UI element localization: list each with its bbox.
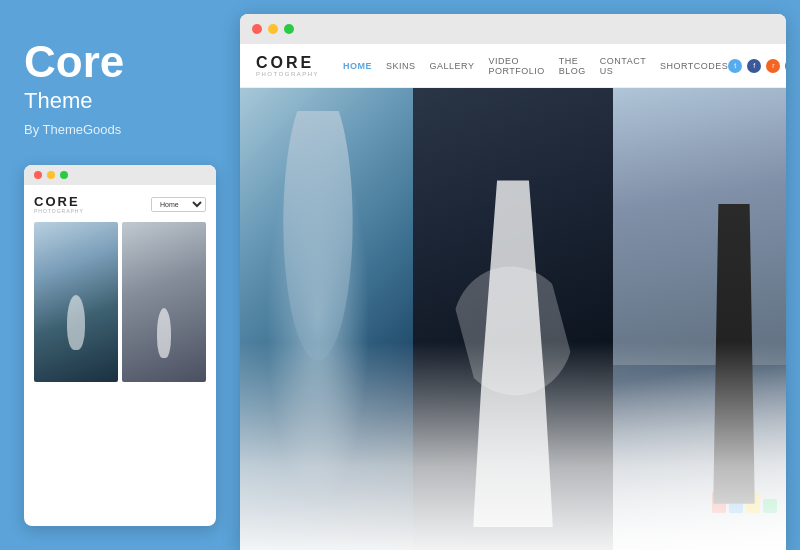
site-logo-core: CORE [256,55,319,71]
theme-title: Core [24,40,216,84]
nav-link-video[interactable]: VIDEO PORTFOLIO [488,56,544,76]
mini-dot-yellow [47,171,55,179]
site-logo-sub: PHOTOGRAPHY [256,71,319,77]
mini-logo: CORE PHOTOGRAPHY [34,195,84,214]
mini-image-2 [122,222,206,382]
mini-browser-bar [24,165,216,185]
nav-link-gallery[interactable]: GALLERY [430,61,475,71]
by-line: By ThemeGoods [24,122,216,137]
gallery-photo-hair [240,88,413,550]
mini-dot-green [60,171,68,179]
mini-browser-content: CORE PHOTOGRAPHY Home About Contact [24,185,216,382]
mini-image-1 [34,222,118,382]
bag-green [763,499,777,513]
site-logo: CORE PHOTOGRAPHY [256,55,319,77]
mini-browser-preview: CORE PHOTOGRAPHY Home About Contact [24,165,216,526]
mini-logo-sub: PHOTOGRAPHY [34,209,84,214]
nav-links: HOME SKINS GALLERY VIDEO PORTFOLIO THE B… [343,56,728,76]
street-bags [712,491,777,513]
browser-content: CORE PHOTOGRAPHY HOME SKINS GALLERY VIDE… [240,44,786,550]
nav-social: t f r g v p [728,59,786,73]
bag-red [712,491,726,513]
nav-link-home[interactable]: HOME [343,61,372,71]
mini-home-select[interactable]: Home About Contact [151,197,206,212]
browser-dot-green [284,24,294,34]
main-browser-window: CORE PHOTOGRAPHY HOME SKINS GALLERY VIDE… [240,14,786,550]
gallery-grid [240,88,786,550]
mini-gallery-images [34,222,206,382]
gallery-photo-dress [413,88,612,550]
browser-dot-yellow [268,24,278,34]
mini-nav-row: CORE PHOTOGRAPHY Home About Contact [34,195,206,214]
browser-dot-red [252,24,262,34]
mini-logo-core: CORE [34,195,84,208]
browser-bar [240,14,786,44]
gallery-col-3 [613,88,786,550]
bag-yellow [746,493,760,513]
left-panel: Core Theme By ThemeGoods CORE PHOTOGRAPH… [0,0,240,550]
nav-link-blog[interactable]: THE BLOG [559,56,586,76]
mini-dot-red [34,171,42,179]
bag-blue [729,497,743,513]
nav-link-skins[interactable]: SKINS [386,61,416,71]
site-nav: CORE PHOTOGRAPHY HOME SKINS GALLERY VIDE… [240,44,786,88]
gallery-photo-street [613,88,786,550]
social-facebook-icon[interactable]: f [747,59,761,73]
gallery-col-2 [413,88,612,550]
nav-link-shortcodes[interactable]: SHORTCODES [660,61,728,71]
theme-subtitle: Theme [24,88,216,114]
social-twitter-icon[interactable]: t [728,59,742,73]
gallery-col-1 [240,88,413,550]
social-rss-icon[interactable]: r [766,59,780,73]
nav-link-contact[interactable]: CONTACT US [600,56,646,76]
social-gplus-icon[interactable]: g [785,59,786,73]
gallery-area [240,88,786,550]
